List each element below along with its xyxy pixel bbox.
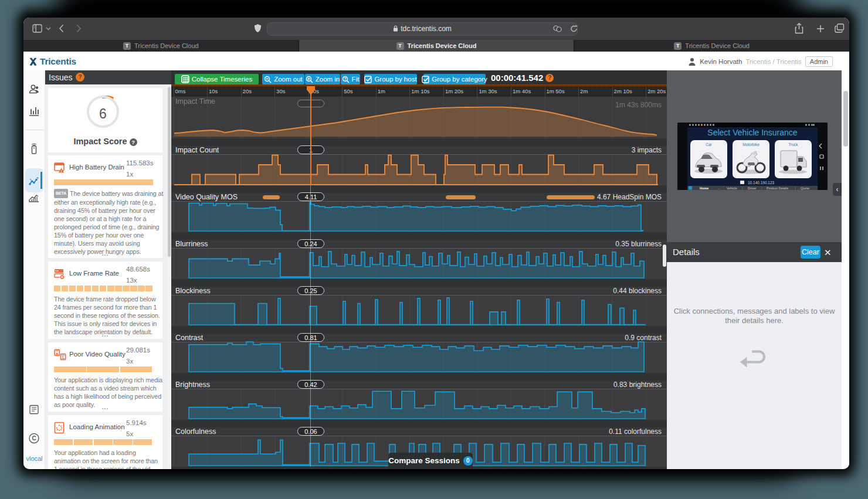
svg-text:Vehicle: Vehicle [727, 186, 737, 190]
svg-text:!: ! [61, 169, 62, 173]
svg-text:←: ← [717, 186, 721, 190]
svg-text:Motorbike: Motorbike [742, 142, 760, 147]
svg-text:?: ? [344, 77, 346, 81]
svg-text:Product Details: Product Details [767, 186, 789, 190]
svg-text:Car: Car [706, 142, 712, 147]
svg-text:C: C [32, 435, 36, 442]
svg-text:Select Vehicle Insurance: Select Vehicle Insurance [707, 128, 798, 137]
svg-text:Home: Home [700, 186, 708, 190]
svg-text:|: | [795, 186, 795, 190]
svg-text:10.140.190.123: 10.140.190.123 [748, 181, 775, 185]
svg-text:Quote: Quote [801, 186, 809, 190]
svg-text:|: | [742, 186, 742, 190]
svg-text:Truck: Truck [788, 142, 798, 147]
svg-text:|: | [761, 186, 762, 190]
svg-text:Driver: Driver [748, 186, 757, 190]
